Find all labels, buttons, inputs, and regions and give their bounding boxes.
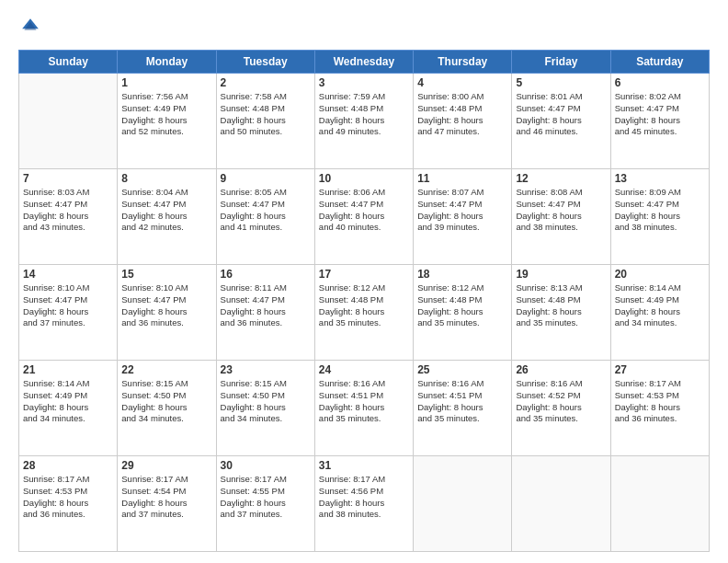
calendar-table: SundayMondayTuesdayWednesdayThursdayFrid…	[18, 50, 710, 552]
day-info: Sunrise: 8:16 AMSunset: 4:51 PMDaylight:…	[319, 378, 409, 425]
weekday-header-thursday: Thursday	[414, 51, 512, 74]
calendar-cell: 12Sunrise: 8:08 AMSunset: 4:47 PMDayligh…	[512, 169, 610, 265]
weekday-header-friday: Friday	[512, 51, 610, 74]
day-info: Sunrise: 8:10 AMSunset: 4:47 PMDaylight:…	[121, 282, 211, 329]
page: SundayMondayTuesdayWednesdayThursdayFrid…	[0, 0, 728, 563]
calendar-cell: 6Sunrise: 8:02 AMSunset: 4:47 PMDaylight…	[610, 74, 709, 169]
calendar-cell: 7Sunrise: 8:03 AMSunset: 4:47 PMDaylight…	[19, 169, 118, 265]
day-info: Sunrise: 8:15 AMSunset: 4:50 PMDaylight:…	[121, 378, 211, 425]
calendar-week-1: 1Sunrise: 7:56 AMSunset: 4:49 PMDaylight…	[19, 74, 710, 169]
day-info: Sunrise: 8:12 AMSunset: 4:48 PMDaylight:…	[319, 282, 409, 329]
calendar-cell: 2Sunrise: 7:58 AMSunset: 4:48 PMDaylight…	[216, 74, 314, 169]
day-info: Sunrise: 8:17 AMSunset: 4:53 PMDaylight:…	[615, 378, 705, 425]
calendar-cell: 14Sunrise: 8:10 AMSunset: 4:47 PMDayligh…	[19, 265, 118, 361]
day-info: Sunrise: 8:17 AMSunset: 4:56 PMDaylight:…	[319, 474, 409, 521]
day-info: Sunrise: 8:09 AMSunset: 4:47 PMDaylight:…	[615, 187, 705, 234]
day-number: 9	[221, 172, 311, 185]
day-number: 31	[319, 459, 409, 472]
logo	[18, 17, 40, 40]
calendar-cell: 8Sunrise: 8:04 AMSunset: 4:47 PMDaylight…	[118, 169, 216, 265]
calendar-cell: 1Sunrise: 7:56 AMSunset: 4:49 PMDaylight…	[118, 74, 216, 169]
calendar-cell: 26Sunrise: 8:16 AMSunset: 4:52 PMDayligh…	[512, 361, 610, 456]
calendar-cell	[512, 456, 610, 552]
day-info: Sunrise: 8:17 AMSunset: 4:53 PMDaylight:…	[23, 474, 113, 521]
day-info: Sunrise: 8:08 AMSunset: 4:47 PMDaylight:…	[516, 187, 606, 234]
calendar-cell: 23Sunrise: 8:15 AMSunset: 4:50 PMDayligh…	[216, 361, 314, 456]
day-number: 24	[319, 363, 409, 376]
day-info: Sunrise: 8:06 AMSunset: 4:47 PMDaylight:…	[319, 187, 409, 234]
calendar-cell: 31Sunrise: 8:17 AMSunset: 4:56 PMDayligh…	[314, 456, 413, 552]
weekday-header-saturday: Saturday	[610, 51, 709, 74]
weekday-header-wednesday: Wednesday	[314, 51, 413, 74]
calendar-cell: 5Sunrise: 8:01 AMSunset: 4:47 PMDaylight…	[512, 74, 610, 169]
calendar-cell	[414, 456, 512, 552]
day-number: 20	[615, 268, 705, 281]
day-number: 13	[615, 172, 705, 185]
day-info: Sunrise: 8:03 AMSunset: 4:47 PMDaylight:…	[23, 187, 113, 234]
day-info: Sunrise: 8:15 AMSunset: 4:50 PMDaylight:…	[221, 378, 311, 425]
day-info: Sunrise: 8:17 AMSunset: 4:54 PMDaylight:…	[121, 474, 211, 521]
calendar-cell: 4Sunrise: 8:00 AMSunset: 4:48 PMDaylight…	[414, 74, 512, 169]
calendar-cell: 16Sunrise: 8:11 AMSunset: 4:47 PMDayligh…	[216, 265, 314, 361]
day-number: 7	[23, 172, 113, 185]
calendar-cell: 3Sunrise: 7:59 AMSunset: 4:48 PMDaylight…	[314, 74, 413, 169]
day-info: Sunrise: 8:07 AMSunset: 4:47 PMDaylight:…	[417, 187, 507, 234]
calendar-cell: 20Sunrise: 8:14 AMSunset: 4:49 PMDayligh…	[610, 265, 709, 361]
day-number: 15	[121, 268, 211, 281]
day-info: Sunrise: 8:00 AMSunset: 4:48 PMDaylight:…	[417, 91, 507, 138]
day-info: Sunrise: 8:10 AMSunset: 4:47 PMDaylight:…	[23, 282, 113, 329]
calendar-cell: 10Sunrise: 8:06 AMSunset: 4:47 PMDayligh…	[314, 169, 413, 265]
calendar-cell: 22Sunrise: 8:15 AMSunset: 4:50 PMDayligh…	[118, 361, 216, 456]
day-number: 4	[417, 76, 507, 89]
day-number: 14	[23, 268, 113, 281]
day-number: 29	[121, 459, 211, 472]
calendar-cell: 17Sunrise: 8:12 AMSunset: 4:48 PMDayligh…	[314, 265, 413, 361]
day-number: 12	[516, 172, 606, 185]
day-number: 5	[516, 76, 606, 89]
weekday-header-sunday: Sunday	[19, 51, 118, 74]
day-number: 6	[615, 76, 705, 89]
weekday-header-monday: Monday	[118, 51, 216, 74]
calendar-cell: 15Sunrise: 8:10 AMSunset: 4:47 PMDayligh…	[118, 265, 216, 361]
calendar-week-4: 21Sunrise: 8:14 AMSunset: 4:49 PMDayligh…	[19, 361, 710, 456]
header	[18, 17, 710, 40]
calendar-week-3: 14Sunrise: 8:10 AMSunset: 4:47 PMDayligh…	[19, 265, 710, 361]
day-number: 17	[319, 268, 409, 281]
day-info: Sunrise: 8:04 AMSunset: 4:47 PMDaylight:…	[121, 187, 211, 234]
day-info: Sunrise: 8:14 AMSunset: 4:49 PMDaylight:…	[23, 378, 113, 425]
day-info: Sunrise: 8:14 AMSunset: 4:49 PMDaylight:…	[615, 282, 705, 329]
calendar-cell: 13Sunrise: 8:09 AMSunset: 4:47 PMDayligh…	[610, 169, 709, 265]
day-info: Sunrise: 8:01 AMSunset: 4:47 PMDaylight:…	[516, 91, 606, 138]
weekday-header-tuesday: Tuesday	[216, 51, 314, 74]
day-number: 1	[121, 76, 211, 89]
day-number: 27	[615, 363, 705, 376]
day-info: Sunrise: 8:02 AMSunset: 4:47 PMDaylight:…	[615, 91, 705, 138]
day-number: 25	[417, 363, 507, 376]
calendar-cell: 28Sunrise: 8:17 AMSunset: 4:53 PMDayligh…	[19, 456, 118, 552]
day-number: 21	[23, 363, 113, 376]
day-number: 10	[319, 172, 409, 185]
calendar-cell: 18Sunrise: 8:12 AMSunset: 4:48 PMDayligh…	[414, 265, 512, 361]
calendar-cell	[610, 456, 709, 552]
day-number: 28	[23, 459, 113, 472]
day-number: 8	[121, 172, 211, 185]
day-number: 16	[221, 268, 311, 281]
day-info: Sunrise: 8:11 AMSunset: 4:47 PMDaylight:…	[221, 282, 311, 329]
logo-icon	[20, 17, 40, 37]
calendar-cell: 21Sunrise: 8:14 AMSunset: 4:49 PMDayligh…	[19, 361, 118, 456]
calendar-cell: 29Sunrise: 8:17 AMSunset: 4:54 PMDayligh…	[118, 456, 216, 552]
day-number: 26	[516, 363, 606, 376]
day-info: Sunrise: 8:13 AMSunset: 4:48 PMDaylight:…	[516, 282, 606, 329]
calendar-cell	[19, 74, 118, 169]
day-info: Sunrise: 8:05 AMSunset: 4:47 PMDaylight:…	[221, 187, 311, 234]
day-number: 2	[221, 76, 311, 89]
day-number: 23	[221, 363, 311, 376]
calendar-cell: 24Sunrise: 8:16 AMSunset: 4:51 PMDayligh…	[314, 361, 413, 456]
calendar-cell: 27Sunrise: 8:17 AMSunset: 4:53 PMDayligh…	[610, 361, 709, 456]
calendar-cell: 19Sunrise: 8:13 AMSunset: 4:48 PMDayligh…	[512, 265, 610, 361]
day-info: Sunrise: 8:17 AMSunset: 4:55 PMDaylight:…	[221, 474, 311, 521]
weekday-header-row: SundayMondayTuesdayWednesdayThursdayFrid…	[19, 51, 710, 74]
calendar-week-5: 28Sunrise: 8:17 AMSunset: 4:53 PMDayligh…	[19, 456, 710, 552]
day-info: Sunrise: 8:12 AMSunset: 4:48 PMDaylight:…	[417, 282, 507, 329]
day-info: Sunrise: 7:59 AMSunset: 4:48 PMDaylight:…	[319, 91, 409, 138]
